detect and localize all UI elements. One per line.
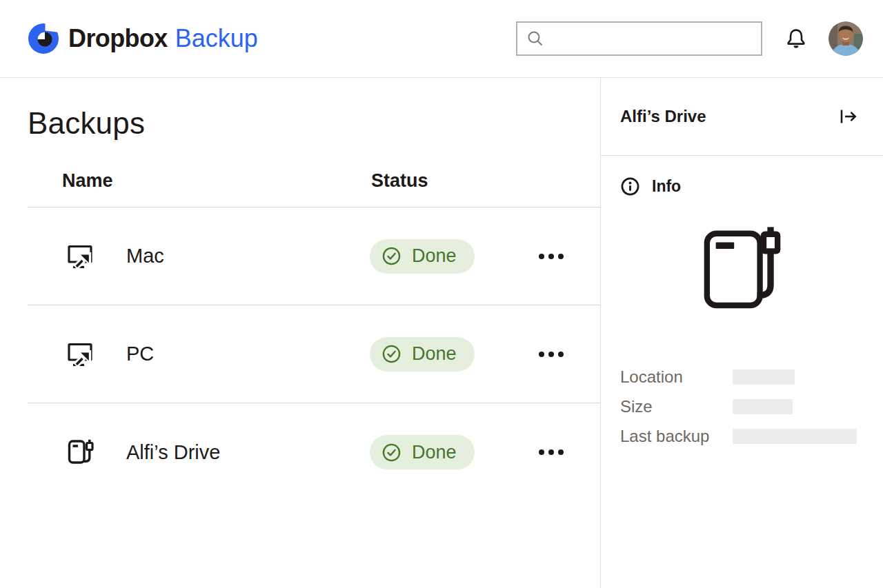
ellipsis-icon: [538, 449, 564, 456]
field-label: Last backup: [620, 427, 733, 446]
drive-details: Location Size Last backup: [620, 367, 864, 446]
status-badge: Done: [370, 337, 475, 372]
value-placeholder-bar: [733, 429, 857, 444]
brand-home-link[interactable]: Dropbox Backup: [28, 23, 258, 54]
backup-name: PC: [126, 343, 154, 365]
external-drive-icon: [64, 436, 96, 468]
row-menu-button[interactable]: [535, 443, 567, 461]
value-placeholder-bar: [733, 399, 793, 414]
field-location: Location: [620, 367, 864, 387]
app-header: Dropbox Backup: [0, 0, 883, 78]
status-badge: Done: [370, 435, 475, 469]
search-input[interactable]: [550, 29, 754, 48]
info-section-header: Info: [620, 176, 864, 196]
backup-name: Mac: [126, 245, 164, 267]
brand-product: Backup: [175, 24, 258, 53]
backup-name: Alfi’s Drive: [126, 441, 220, 464]
table-row[interactable]: Mac Done: [28, 207, 600, 305]
details-panel-title: Alfi’s Drive: [620, 107, 706, 126]
info-section-label: Info: [652, 177, 681, 196]
status-label: Done: [412, 442, 457, 463]
status-badge: Done: [370, 239, 475, 274]
backups-pane: Backups Name Status: [0, 78, 601, 588]
dropbox-backup-logo-icon: [28, 23, 59, 54]
column-header-name: Name: [28, 170, 370, 192]
details-panel: Alfi’s Drive: [601, 78, 883, 588]
row-menu-button[interactable]: [535, 247, 567, 265]
search-icon: [526, 29, 545, 48]
row-menu-button[interactable]: [535, 345, 567, 363]
bell-icon: [784, 27, 808, 50]
field-label: Location: [620, 367, 733, 387]
computer-backup-icon: [64, 338, 96, 370]
table-header-row: Name Status: [28, 170, 600, 207]
ellipsis-icon: [538, 253, 564, 260]
check-circle-icon: [381, 344, 401, 364]
table-row[interactable]: Alfi’s Drive Done: [28, 403, 600, 501]
brand-name: Dropbox: [68, 24, 168, 53]
field-last-backup: Last backup: [620, 427, 864, 446]
status-label: Done: [412, 245, 457, 267]
column-header-status: Status: [370, 170, 535, 192]
info-icon: [620, 176, 640, 196]
ellipsis-icon: [538, 351, 564, 358]
field-size: Size: [620, 397, 864, 416]
check-circle-icon: [381, 246, 401, 266]
collapse-panel-button[interactable]: [836, 105, 860, 128]
field-label: Size: [620, 397, 733, 416]
status-label: Done: [412, 343, 457, 365]
collapse-panel-icon: [837, 106, 858, 127]
backups-table: Name Status: [28, 170, 600, 501]
external-drive-illustration: [700, 223, 784, 312]
user-avatar[interactable]: [829, 21, 863, 56]
table-row[interactable]: PC Done: [28, 305, 600, 403]
page-title: Backups: [28, 107, 600, 140]
notifications-button[interactable]: [783, 26, 809, 52]
check-circle-icon: [381, 443, 401, 463]
value-placeholder-bar: [733, 369, 795, 385]
computer-backup-icon: [64, 241, 96, 272]
search-box[interactable]: [516, 21, 762, 56]
details-panel-header: Alfi’s Drive: [601, 78, 883, 156]
